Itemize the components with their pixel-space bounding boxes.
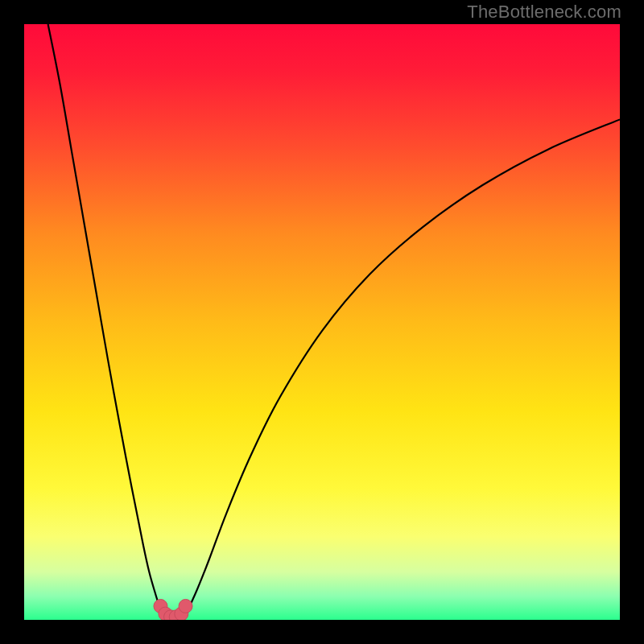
- chart-frame: TheBottleneck.com: [0, 0, 644, 644]
- plot-area: [24, 24, 620, 620]
- curve-left-branch: [48, 24, 164, 614]
- watermark-text: TheBottleneck.com: [467, 2, 621, 23]
- marker-dot: [179, 599, 192, 613]
- curve-minimum-markers: [154, 599, 192, 620]
- curve-layer: [24, 24, 620, 620]
- curve-right-branch: [184, 119, 620, 613]
